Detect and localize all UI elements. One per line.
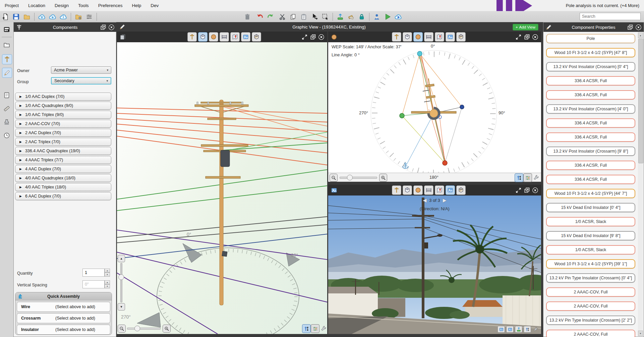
map-view-button[interactable] bbox=[230, 32, 240, 42]
wire-type-row[interactable]: ▶ 2 AAAC-COV (7/0) bbox=[15, 120, 111, 128]
cube-3d-view-button[interactable] bbox=[403, 185, 412, 195]
delete-button[interactable] bbox=[243, 12, 252, 21]
popout-icon[interactable] bbox=[524, 34, 530, 40]
expander-icon[interactable]: ▶ bbox=[19, 149, 22, 153]
component-item[interactable]: 15 kV Dead End Insulator [9' 8"] bbox=[546, 231, 635, 240]
component-item[interactable]: 336.4 ACSR, Full bbox=[546, 175, 635, 184]
cube-3d-view-button[interactable] bbox=[198, 32, 208, 42]
close-icon[interactable] bbox=[108, 24, 115, 31]
step-down-icon[interactable]: ▼ bbox=[105, 284, 110, 288]
expander-icon[interactable]: ▶ bbox=[19, 140, 22, 144]
display-options-button[interactable] bbox=[523, 173, 532, 182]
component-item[interactable]: 13.2 kV Pin Type Insulator (Crossarm) [2… bbox=[546, 316, 635, 325]
group-dropdown[interactable]: Secondary▼ bbox=[51, 77, 111, 85]
component-item[interactable]: 2 AAAC-COV, Full bbox=[546, 301, 635, 311]
expander-icon[interactable]: ▶ bbox=[19, 158, 22, 162]
project-settings-button[interactable] bbox=[74, 12, 83, 21]
step-down-icon[interactable]: ▼ bbox=[105, 273, 110, 277]
cloud-run-button[interactable] bbox=[394, 12, 403, 21]
component-item[interactable]: 336.4 ACSR, Full bbox=[546, 76, 635, 86]
zoom-slider-track[interactable] bbox=[127, 328, 161, 330]
component-item[interactable]: 13.2 kV Post Insulator (Crossarm) [9' 8"… bbox=[546, 147, 635, 156]
undo-button[interactable] bbox=[255, 12, 264, 21]
next-photo-icon[interactable]: ▶ bbox=[443, 198, 447, 203]
menu-item[interactable]: Design bbox=[50, 3, 73, 8]
popout-icon[interactable] bbox=[524, 187, 530, 193]
cut-button[interactable] bbox=[278, 12, 287, 21]
wire-type-row[interactable]: ▶ 4/0 AAC Quadruplex (18/0) bbox=[15, 174, 111, 182]
plan-view-button[interactable] bbox=[413, 185, 423, 195]
step-up-icon[interactable]: ▲ bbox=[105, 269, 110, 273]
dock-measure-button[interactable] bbox=[2, 104, 11, 113]
wire-type-row[interactable]: ▶ 4 AAC Duplex (7/0) bbox=[15, 165, 111, 173]
plan-view-button[interactable] bbox=[413, 32, 423, 42]
expand-icon[interactable] bbox=[515, 34, 522, 40]
quantity-input[interactable] bbox=[82, 269, 105, 277]
user-button[interactable] bbox=[372, 12, 381, 21]
scroll-down-button[interactable]: ▼ bbox=[638, 331, 643, 336]
expander-icon[interactable]: ▶ bbox=[19, 95, 22, 98]
dock-edit-button[interactable] bbox=[2, 68, 12, 78]
wire-type-row[interactable]: ▶ 2 AAC Duplex (7/0) bbox=[15, 129, 111, 137]
profile-view-button[interactable] bbox=[424, 32, 433, 42]
photo-import-button[interactable] bbox=[515, 326, 522, 333]
zoom-out-button[interactable] bbox=[330, 174, 338, 182]
wire-type-row[interactable]: ▶ 6 AAC Duplex (7/0) bbox=[15, 192, 111, 200]
vertical-spacing-stepper[interactable]: ▲▼ bbox=[105, 280, 110, 288]
dock-catalog-button[interactable] bbox=[2, 25, 11, 34]
photo-select-button[interactable] bbox=[497, 326, 505, 333]
wire-type-row[interactable]: ▶ 4 AAAC Triplex (7/7) bbox=[15, 156, 111, 164]
component-item[interactable]: 336.4 ACSR, Full bbox=[546, 90, 635, 100]
component-item[interactable]: Wood 10 Ft 3-1/2 x 4-1/2 (SYP) [39' 1"] bbox=[546, 259, 635, 269]
plan-view-button[interactable] bbox=[209, 32, 218, 42]
pan-down-button[interactable]: ▼ bbox=[118, 303, 125, 311]
popout-icon[interactable] bbox=[100, 24, 106, 31]
expander-icon[interactable]: ▶ bbox=[19, 176, 22, 180]
dock-files-button[interactable] bbox=[2, 40, 11, 50]
redo-button[interactable] bbox=[266, 12, 275, 21]
component-item[interactable]: Wood 10 Ft 3-1/2 x 4-1/2 (SYP) [47' 8"] bbox=[546, 48, 635, 57]
pan-slider-knob[interactable] bbox=[118, 274, 124, 280]
menu-item[interactable]: Help bbox=[127, 3, 146, 8]
component-item[interactable]: 1/0 ACSR, Slack bbox=[546, 245, 635, 255]
textured-view-button[interactable] bbox=[456, 185, 466, 195]
close-icon[interactable] bbox=[635, 24, 642, 31]
marquee-select-button[interactable] bbox=[321, 12, 330, 21]
expander-icon[interactable]: ▶ bbox=[19, 104, 22, 107]
wire-type-row[interactable]: ▶ 1/0 AAC Triplex (9/0) bbox=[15, 111, 111, 119]
zoom-slider-knob[interactable] bbox=[134, 326, 140, 331]
plan-settings-button[interactable] bbox=[532, 173, 540, 181]
expander-icon[interactable]: ▶ bbox=[19, 113, 22, 116]
expander-icon[interactable]: ▶ bbox=[19, 131, 22, 134]
component-item[interactable]: 15 kV Dead End Insulator [0' 4"] bbox=[546, 203, 635, 212]
quick-assembly-row[interactable]: Wire (Select above to add) bbox=[17, 302, 110, 312]
component-item[interactable]: 13.2 kV Post Insulator (Crossarm) [0' 4"… bbox=[546, 62, 635, 71]
fit-pole-button[interactable] bbox=[515, 173, 523, 182]
component-item[interactable]: 2 AAAC-COV, Full bbox=[546, 330, 635, 337]
menu-item[interactable]: Location bbox=[23, 3, 50, 8]
pan-up-button[interactable]: ▲ bbox=[118, 255, 125, 262]
vertical-spacing-input[interactable] bbox=[82, 280, 105, 288]
search-input[interactable] bbox=[580, 13, 641, 20]
scrollbar-thumb[interactable] bbox=[638, 39, 643, 163]
3d-scene-viewport[interactable]: 0° 90° 270° ▲ ▼ bbox=[117, 42, 327, 334]
component-item[interactable]: 13.2 kV Pin Type Insulator (Crossarm) [0… bbox=[546, 273, 635, 283]
quick-assembly-row[interactable]: Insulator (Select above to add) bbox=[17, 325, 110, 335]
component-item[interactable]: 13.2 kV Post Insulator (Crossarm) [4' 0"… bbox=[546, 104, 635, 114]
component-item[interactable]: 336.4 ACSR, Full bbox=[546, 132, 635, 142]
popout-icon[interactable] bbox=[310, 34, 316, 40]
open-button[interactable] bbox=[22, 12, 31, 21]
preferences-button[interactable] bbox=[85, 12, 94, 21]
popout-icon[interactable] bbox=[627, 24, 633, 31]
cloud-info-button[interactable] bbox=[59, 12, 68, 21]
lock-button[interactable] bbox=[357, 12, 366, 21]
add-view-button[interactable]: + Add View bbox=[513, 24, 538, 31]
close-icon[interactable] bbox=[318, 34, 325, 40]
photo-fit-button[interactable] bbox=[524, 326, 531, 333]
tags-button[interactable] bbox=[347, 12, 355, 21]
component-item[interactable]: Wood 10 Ft 3-1/2 x 4-1/2 (SYP) [44' 7"] bbox=[546, 189, 635, 198]
plan-viewport[interactable]: WEP Scale: 149' / Anchor Scale: 37' Line… bbox=[328, 42, 541, 173]
step-up-icon[interactable]: ▲ bbox=[105, 280, 110, 284]
close-icon[interactable] bbox=[532, 34, 538, 40]
map-view-button[interactable] bbox=[435, 32, 444, 42]
